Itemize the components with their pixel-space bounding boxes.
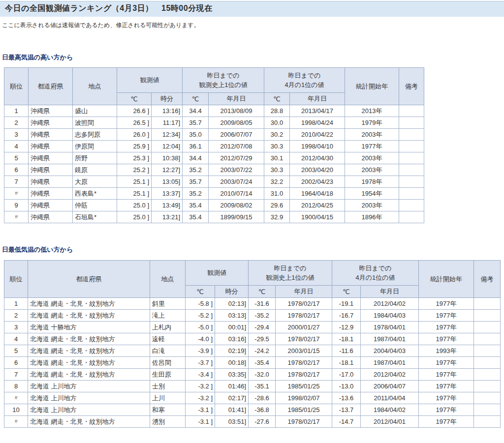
table-cell: 沖縄県	[29, 152, 73, 164]
table-cell: 1	[4, 105, 29, 117]
table-cell	[474, 369, 501, 381]
table-cell: -17.0	[332, 369, 361, 381]
table-cell: 沖縄県	[29, 211, 73, 223]
table-cell: 2003年	[345, 164, 399, 176]
col-header-april-record: 昨日までの 4月の1位の値	[264, 68, 345, 93]
table-cell: 2012/04/25	[290, 200, 345, 211]
table-cell: 1987/04/01	[361, 333, 419, 345]
unit-header-temp: ℃	[264, 93, 290, 105]
unit-header-time: 時分	[152, 93, 183, 105]
table-cell: 志多阿原	[73, 129, 117, 141]
table-cell: 01:46]	[215, 381, 249, 392]
table-cell: 26.5 ]	[117, 117, 152, 129]
table-cell: -3.2 ]	[186, 392, 215, 404]
col-header-start-year: 統計開始年	[419, 261, 474, 298]
table-cell: -27.6	[249, 416, 276, 428]
table-cell: 〃	[4, 211, 29, 223]
table-cell: 士別	[150, 381, 186, 392]
table-cell: 1978年	[345, 176, 399, 188]
table-cell: -32.0	[249, 369, 276, 381]
unit-header-temp: ℃	[249, 286, 276, 298]
table-cell: 03:35]	[215, 369, 249, 381]
table-cell: 北海道 十勝地方	[28, 322, 150, 333]
table-cell: 1998/02/07	[276, 392, 332, 404]
table-cell	[399, 105, 424, 117]
table-cell: 2010/07/14	[209, 188, 264, 200]
table-cell: 30.3	[264, 164, 290, 176]
table-cell: 1977年	[419, 416, 474, 428]
col-header-start-year: 統計開始年	[345, 68, 399, 105]
table-row: 〃北海道 網走・北見・紋別地方湧別-3.1 ]03:51]-27.61978/0…	[4, 416, 501, 428]
table-cell: 29.6	[264, 200, 290, 211]
table-cell: 1954年	[345, 188, 399, 200]
section-heading-max-temp: 日最高気温の高い方から	[0, 53, 504, 62]
table-row: 2沖縄県波照間26.5 ]11:17]35.72009/08/0530.0199…	[4, 117, 424, 129]
unit-header-date: 年月日	[361, 286, 419, 298]
table-cell: 2003年	[345, 152, 399, 164]
col-header-prefecture: 都道府県	[29, 68, 73, 105]
table-cell: 35.4	[183, 211, 209, 223]
table-cell: 00:01]	[215, 322, 249, 333]
table-cell: 1896年	[345, 211, 399, 223]
col-header-rank: 順位	[4, 68, 29, 105]
table-cell: 佐呂間	[150, 357, 186, 369]
table-cell: 盛山	[73, 105, 117, 117]
table-cell: 2	[4, 310, 28, 322]
table-cell	[474, 392, 501, 404]
table-cell: 北海道 網走・北見・紋別地方	[28, 369, 150, 381]
table-cell: 6	[4, 164, 29, 176]
table-cell: 30.1	[264, 152, 290, 164]
table-cell: 大原	[73, 176, 117, 188]
table-cell: 2009/08/02	[209, 200, 264, 211]
table-cell: 13:16]	[152, 105, 183, 117]
table-cell: 4	[4, 333, 28, 345]
table-cell: 00:18]	[215, 357, 249, 369]
table-cell: 1977年	[419, 333, 474, 345]
table-cell: 沖縄県	[29, 117, 73, 129]
table-cell: 白滝	[150, 345, 186, 357]
unit-header-date: 年月日	[276, 286, 332, 298]
table-cell: 25.0 ]	[117, 200, 152, 211]
table-cell: 6	[4, 357, 28, 369]
table-cell: 03:16]	[215, 333, 249, 345]
table-cell: 1987/04/01	[361, 357, 419, 369]
table-cell: -29.5	[249, 333, 276, 345]
table-cell	[399, 188, 424, 200]
table-cell: 沖縄県	[29, 188, 73, 200]
table-cell: 上札内	[150, 322, 186, 333]
table-cell	[474, 298, 501, 310]
col-header-observed: 観測値	[186, 261, 249, 286]
table-cell: 02:13]	[215, 298, 249, 310]
table-cell: 滝上	[150, 310, 186, 322]
table-cell	[474, 357, 501, 369]
col-header-observed: 観測値	[117, 68, 183, 93]
table-cell: 35.7	[183, 176, 209, 188]
table-cell: -35.4	[249, 357, 276, 369]
table-cell: -11.6	[332, 345, 361, 357]
table-row: 6沖縄県鏡原25.2 ]12:27]35.22003/07/2230.32003…	[4, 164, 424, 176]
table-cell: 北海道 網走・北見・紋別地方	[28, 333, 150, 345]
table-cell: -29.4	[249, 322, 276, 333]
table-cell: 1978/02/17	[276, 298, 332, 310]
table-cell: 25.2 ]	[117, 164, 152, 176]
table-cell: 4	[4, 141, 29, 152]
table-cell	[399, 141, 424, 152]
table-row: 〃北海道 上川地方上川-3.2 ]02:17]-28.61998/02/07-1…	[4, 392, 501, 404]
table-cell: 1979年	[345, 117, 399, 129]
table-row: 〃沖縄県石垣島*25.0 ]13:21]35.41899/09/1532.919…	[4, 211, 424, 223]
table-cell: 12:27]	[152, 164, 183, 176]
col-header-april-record: 昨日までの 4月の1位の値	[332, 261, 419, 286]
table-cell: 9	[4, 200, 29, 211]
table-cell: 鏡原	[73, 164, 117, 176]
table-cell	[399, 164, 424, 176]
table-cell: 1900/04/15	[290, 211, 345, 223]
table-cell: 所野	[73, 152, 117, 164]
table-cell: -3.7 ]	[186, 357, 215, 369]
page-title-bar: 今日の全国観測値ランキング（4月3日） 15時00分現在	[0, 1, 504, 17]
table-cell: 2012/04/01	[361, 416, 419, 428]
table-cell: 32.9	[264, 211, 290, 223]
table-cell: 北海道 上川地方	[28, 381, 150, 392]
min-temp-table-body: 1北海道 網走・北見・紋別地方斜里-5.8 ]02:13]-31.61978/0…	[4, 298, 501, 428]
table-cell: 1993年	[419, 345, 474, 357]
table-cell: 31.0	[264, 188, 290, 200]
